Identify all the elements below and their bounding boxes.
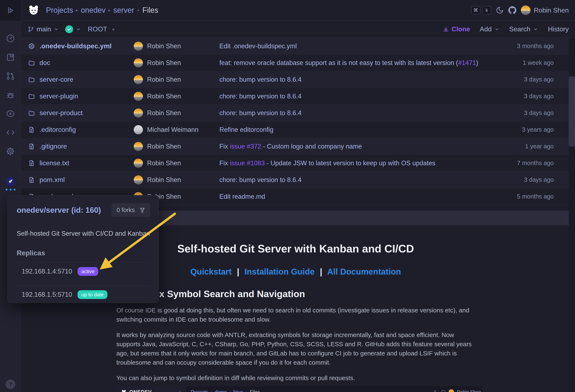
author-name[interactable]: Robin Shen [147, 93, 181, 100]
scrollbar-track[interactable] [569, 38, 575, 392]
all-documentation-link[interactable]: All Documentation [327, 267, 401, 276]
commit-message[interactable]: chore: bump version to 8.6.4 [219, 76, 302, 83]
file-name[interactable]: license.txt [40, 159, 69, 167]
help-label: ? [9, 381, 12, 388]
table-row[interactable]: server-product Robin Shen chore: bump ve… [21, 105, 569, 122]
readme-section-heading: Out of Box Symbol Search and Navigation [116, 289, 475, 299]
onedev-logo-icon[interactable] [28, 4, 40, 16]
avatar [521, 5, 530, 15]
file-name[interactable]: .onedev-buildspec.yml [40, 42, 112, 50]
keyboard-shortcut-hint: ⌘ k [471, 6, 491, 14]
code-icon[interactable] [6, 128, 15, 137]
sidebar-collapse-button[interactable] [0, 0, 21, 21]
dashboard-icon[interactable] [6, 34, 15, 43]
onedev-logo-icon [121, 390, 126, 392]
breadcrumb-projects[interactable]: Projects [46, 6, 73, 15]
pr-link[interactable]: #1471 [458, 59, 476, 67]
pull-request-icon[interactable] [6, 72, 15, 81]
author-name[interactable]: Robin Shen [147, 159, 181, 167]
chevron-down-icon [53, 26, 59, 32]
table-row[interactable]: server-plugin Robin Shen chore: bump ver… [21, 88, 569, 105]
author-name[interactable]: Robin Shen [147, 176, 181, 184]
commit-message[interactable]: chore: bump version to 8.6.4 [219, 176, 302, 183]
quickstart-link[interactable]: Quickstart [190, 267, 232, 276]
file-name[interactable]: .editorconfig [40, 126, 76, 134]
commit-message[interactable]: Refine editorconfig [219, 126, 273, 133]
issue-link[interactable]: issue #372 [230, 143, 261, 150]
settings-gear-icon[interactable] [6, 147, 15, 156]
embedded-brand: ONEDEV [129, 389, 152, 392]
table-row[interactable]: server-core Robin Shen chore: bump versi… [21, 71, 569, 88]
table-row[interactable]: doc Robin Shen feat: remove oracle datab… [21, 54, 569, 71]
folder-name[interactable]: server-plugin [40, 92, 78, 100]
builds-icon[interactable] [6, 109, 15, 118]
installation-guide-link[interactable]: Installation Guide [244, 267, 315, 276]
readme-paragraph: You can also jump to symbol definition i… [116, 373, 475, 383]
clone-button[interactable]: Clone [443, 25, 470, 33]
commit-message[interactable]: Edit .onedev-buildspec.yml [219, 42, 297, 50]
issue-link[interactable]: issue #1083 [230, 159, 265, 167]
folder-name[interactable]: doc [40, 59, 50, 67]
author-name[interactable]: Robin Shen [147, 59, 181, 67]
folder-name[interactable]: server-product [40, 109, 83, 117]
folder-name[interactable]: server-core [40, 76, 73, 83]
author-name[interactable]: Robin Shen [147, 76, 181, 83]
table-row[interactable]: .onedev-buildspec.yml Robin Shen Edit .o… [21, 38, 569, 54]
docs-icon[interactable] [6, 53, 15, 62]
popup-project-description: Self-hosted Git Server with CI/CD and Ka… [17, 230, 150, 237]
avatar [134, 42, 143, 51]
author-name[interactable]: Michael Weimann [147, 126, 198, 134]
commit-message[interactable]: chore: bump version to 8.6.4 [219, 93, 302, 100]
forks-button[interactable]: 0 forks [112, 203, 150, 217]
file-name[interactable]: pom.xml [40, 176, 65, 184]
table-row[interactable]: license.txt Robin Shen Fix issue #1083 -… [21, 155, 569, 172]
search-button[interactable]: Search [509, 25, 538, 33]
agent-status[interactable] [0, 176, 21, 191]
author-name[interactable]: Robin Shen [147, 42, 181, 50]
commit-message-suffix: ) [476, 59, 478, 67]
bug-icon[interactable] [6, 90, 15, 99]
add-button[interactable]: Add [480, 25, 500, 33]
dark-mode-moon-icon[interactable] [496, 6, 504, 14]
scrollbar-thumb[interactable] [569, 76, 575, 147]
avatar [134, 108, 143, 118]
commit-message-suffix: - Custom logo and company name [261, 143, 362, 150]
path-root-link[interactable]: ROOT [88, 25, 107, 33]
top-header: Projects ▸ onedev ▸ server • Files ⌘ k R… [21, 0, 575, 21]
git-branch-icon [28, 26, 34, 32]
help-button[interactable]: ? [6, 379, 15, 389]
file-name[interactable]: .gitignore [40, 143, 67, 150]
branch-selector[interactable]: main [28, 25, 59, 33]
embedded-brand-box: ONEDEV [116, 386, 185, 392]
commit-time: 7 months ago [506, 160, 569, 167]
table-row[interactable]: .editorconfig Michael Weimann Refine edi… [21, 122, 569, 138]
commit-time: 3 years ago [506, 126, 569, 133]
breadcrumb-project-onedev[interactable]: onedev [81, 6, 105, 15]
download-icon [443, 26, 449, 32]
commit-message[interactable]: chore: bump version to 8.6.4 [219, 109, 302, 117]
file-icon [28, 176, 35, 183]
history-button[interactable]: History [548, 25, 569, 33]
commit-message[interactable]: Edit readme.md [219, 193, 265, 200]
status-badge: active [77, 267, 98, 276]
cmd-key-badge: ⌘ [471, 6, 480, 14]
build-status-selector[interactable] [62, 25, 81, 33]
commit-message[interactable]: Fix [219, 143, 230, 150]
chevron-down-icon [533, 26, 538, 32]
collapse-icon [6, 6, 15, 15]
commit-time: 5 months ago [506, 193, 569, 200]
breadcrumb-repo-server[interactable]: server [113, 6, 134, 15]
gear-icon [28, 43, 35, 49]
author-name[interactable]: Robin Shen [147, 109, 181, 117]
commit-message[interactable]: Fix [219, 159, 230, 167]
author-name[interactable]: Robin Shen [147, 143, 181, 150]
avatar [449, 389, 454, 392]
user-menu[interactable]: Robin Shen [521, 5, 569, 15]
table-row[interactable]: pom.xml Robin Shen chore: bump version t… [21, 172, 569, 188]
file-icon [28, 126, 35, 133]
github-icon[interactable] [508, 6, 516, 14]
commit-message[interactable]: feat: remove oracle database support as … [219, 59, 458, 67]
commit-time: 1 year ago [506, 143, 569, 150]
commit-message-suffix: - Update JSW to latest version to keep u… [265, 159, 435, 167]
table-row[interactable]: .gitignore Robin Shen Fix issue #372 - C… [21, 138, 569, 155]
